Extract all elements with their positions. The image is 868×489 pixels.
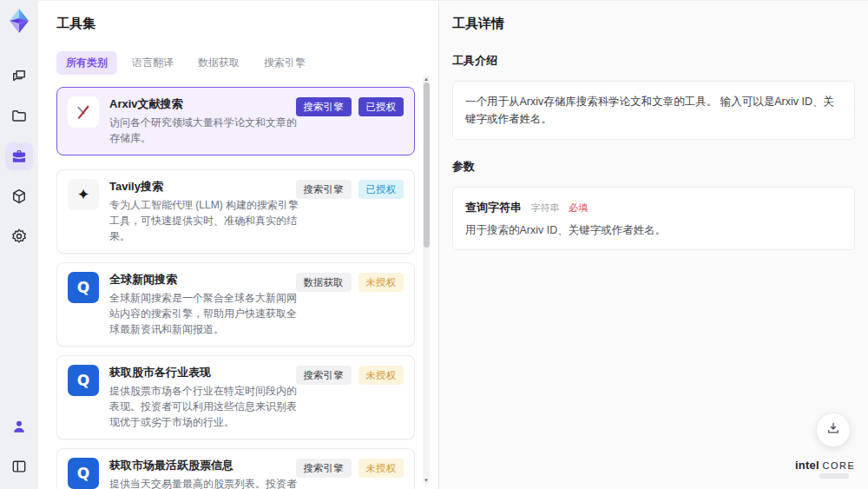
tool-description: 专为人工智能代理 (LLM) 构建的搜索引擎工具，可快速提供实时、准确和真实的结… xyxy=(109,197,301,244)
tool-name: 获取股市各行业表现 xyxy=(109,365,301,380)
tab-language-translation[interactable]: 语言翻译 xyxy=(122,51,183,75)
param-box: 查询字符串 字符串 必填 用于搜索的Arxiv ID、关键字或作者姓名。 xyxy=(452,187,855,250)
news-q-icon: Q xyxy=(68,272,99,303)
auth-status-badge: 未授权 xyxy=(358,459,404,478)
category-tabs: 所有类别 语言翻译 数据获取 搜索引擎 xyxy=(56,51,438,75)
param-type: 字符串 xyxy=(530,202,559,213)
sidebar-item-packages[interactable] xyxy=(5,182,33,210)
param-description: 用于搜索的Arxiv ID、关键字或作者姓名。 xyxy=(465,223,842,238)
tool-list-panel: 工具集 所有类别 语言翻译 数据获取 搜索引擎 Arxiv文献搜索 访问各个研究… xyxy=(38,0,438,489)
stock-q-icon: Q xyxy=(68,458,99,489)
sidebar-item-account[interactable] xyxy=(5,413,33,440)
package-icon xyxy=(10,188,28,205)
folder-icon xyxy=(10,108,28,125)
sidebar-item-collapse[interactable] xyxy=(5,453,33,480)
sidebar-item-settings[interactable] xyxy=(5,222,33,250)
brand-core: CORE xyxy=(823,460,856,471)
page-title: 工具集 xyxy=(56,16,438,32)
category-badge: 搜索引擎 xyxy=(296,366,352,385)
arxiv-logo-icon xyxy=(68,96,99,128)
chat-icon xyxy=(10,68,28,85)
sidebar-item-files[interactable] xyxy=(5,102,33,130)
auth-status-badge: 未授权 xyxy=(358,366,404,385)
list-scrollbar[interactable]: ▲ ▼ xyxy=(423,76,430,484)
tool-card-arxiv[interactable]: Arxiv文献搜索 访问各个研究领域大量科学论文和文章的存储库。 搜索引擎 已授… xyxy=(56,87,415,155)
tool-card-most-active-stocks[interactable]: Q 获取市场最活跃股票信息 提供当天交易量最高的股票列表。投资者可以利用这些信息… xyxy=(56,448,415,489)
auth-status-badge: 已授权 xyxy=(358,97,404,116)
intel-core-logo: intel CORE xyxy=(795,459,856,479)
brand-intel: intel xyxy=(795,459,819,472)
intro-text: 一个用于从Arxiv存储库搜索科学论文和文章的工具。 输入可以是Arxiv ID… xyxy=(465,93,842,128)
scroll-down-icon[interactable]: ▼ xyxy=(424,478,429,483)
category-badge: 搜索引擎 xyxy=(296,180,352,199)
intro-box: 一个用于从Arxiv存储库搜索科学论文和文章的工具。 输入可以是Arxiv ID… xyxy=(452,81,855,140)
stock-q-icon: Q xyxy=(68,365,99,396)
tool-card-global-news[interactable]: Q 全球新闻搜索 全球新闻搜索是一个聚合全球各大新闻网站内容的搜索引擎，帮助用户… xyxy=(56,262,415,347)
intro-section-header: 工具介绍 xyxy=(452,53,855,69)
user-icon xyxy=(10,418,28,435)
toolbox-icon xyxy=(10,148,28,165)
tool-description: 访问各个研究领域大量科学论文和文章的存储库。 xyxy=(109,115,301,146)
panel-toggle-icon xyxy=(10,458,28,475)
tool-name: 获取市场最活跃股票信息 xyxy=(109,458,301,473)
tool-name: Arxiv文献搜索 xyxy=(109,96,301,112)
tab-all-categories[interactable]: 所有类别 xyxy=(56,51,117,75)
sidebar xyxy=(0,0,38,489)
category-badge: 搜索引擎 xyxy=(296,97,352,116)
app-logo-icon xyxy=(6,7,32,35)
param-required-badge: 必填 xyxy=(569,202,588,213)
tab-data-fetch[interactable]: 数据获取 xyxy=(188,51,249,75)
sidebar-item-chat[interactable] xyxy=(5,63,33,90)
tool-description: 提供股票市场各个行业在特定时间段内的表现。投资者可以利用这些信息来识别表现优于或… xyxy=(109,383,301,430)
category-badge: 搜索引擎 xyxy=(296,459,352,478)
param-name: 查询字符串 xyxy=(465,201,522,214)
download-button[interactable] xyxy=(816,413,851,447)
brand-sub-mark xyxy=(819,473,849,479)
sidebar-item-tools[interactable] xyxy=(5,142,33,170)
tool-card-sector-performance[interactable]: Q 获取股市各行业表现 提供股票市场各个行业在特定时间段内的表现。投资者可以利用… xyxy=(56,355,415,439)
auth-status-badge: 未授权 xyxy=(358,273,404,292)
tool-details-panel: 工具详情 工具介绍 一个用于从Arxiv存储库搜索科学论文和文章的工具。 输入可… xyxy=(438,0,868,489)
auth-status-badge: 已授权 xyxy=(358,180,404,199)
tool-card-tavily[interactable]: ✦ Tavily搜索 专为人工智能代理 (LLM) 构建的搜索引擎工具，可快速提… xyxy=(56,169,415,254)
download-icon xyxy=(825,420,841,439)
tab-search-engine[interactable]: 搜索引擎 xyxy=(254,51,315,75)
tool-name: 全球新闻搜索 xyxy=(109,272,301,287)
tool-list: Arxiv文献搜索 访问各个研究领域大量科学论文和文章的存储库。 搜索引擎 已授… xyxy=(56,87,415,489)
category-badge: 数据获取 xyxy=(296,273,352,292)
scrollbar-thumb[interactable] xyxy=(424,83,430,248)
params-section-header: 参数 xyxy=(452,159,855,175)
gear-icon xyxy=(10,228,28,245)
tool-name: Tavily搜索 xyxy=(109,179,301,195)
details-title: 工具详情 xyxy=(452,16,855,32)
tool-description: 提供当天交易量最高的股票列表。投资者可以利用这些信息来识别流动性强的股票和潜在的… xyxy=(109,476,301,489)
sparkle-icon: ✦ xyxy=(68,179,99,210)
scroll-up-icon[interactable]: ▲ xyxy=(424,76,429,82)
tool-description: 全球新闻搜索是一个聚合全球各大新闻网站内容的搜索引擎，帮助用户快速获取全球最新资… xyxy=(109,290,301,337)
